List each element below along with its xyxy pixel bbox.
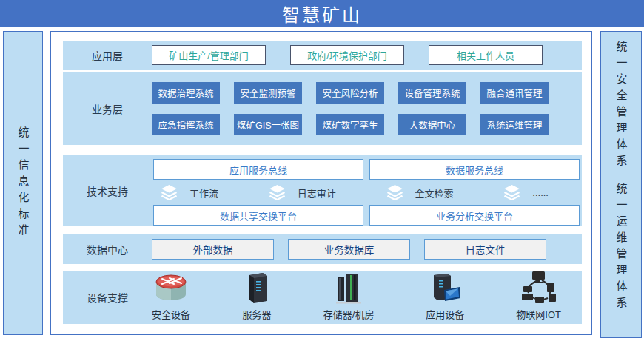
- left-panel-label: 统一信息化标准: [18, 126, 29, 240]
- tech-box-data-service-bus: 数据服务总线: [369, 159, 580, 180]
- data-box-log-files: 日志文件: [424, 239, 546, 260]
- right-systems-panel: 统一安全管理体系 统一运维管理体系: [600, 31, 642, 338]
- tech-service-fulltext-search: 全文检索: [386, 185, 454, 200]
- main-architecture-box: 应用层 矿山生产/管理部门 政府/环境保护部门 相关工作人员 业务层 数据治理系…: [50, 31, 592, 335]
- page-title: 智慧矿山: [282, 1, 362, 27]
- business-box-big-data: 大数据中心: [398, 114, 466, 135]
- device-application: 应用设备: [426, 271, 464, 321]
- tech-service-label: 工作流: [189, 186, 218, 200]
- app-device-icon: [428, 271, 462, 305]
- business-buttons: 数据治理系统 安全监测预警 安全风险分析 设备管理系统 融合通讯管理 应急指挥系…: [152, 82, 549, 135]
- tech-service-log-audit: 日志审计: [269, 185, 336, 200]
- business-box-equipment-mgmt: 设备管理系统: [398, 82, 466, 104]
- right-panel-label-security: 统一安全管理体系: [616, 41, 627, 171]
- device-storage: 存储器/机房: [323, 271, 375, 321]
- application-box-government: 政府/环境保护部门: [290, 45, 404, 65]
- iot-network-icon: [520, 271, 558, 305]
- business-box-ops-mgmt: 系统运维管理: [480, 114, 549, 135]
- device-label: 服务器: [242, 307, 271, 321]
- data-box-external-data: 外部数据: [152, 239, 274, 260]
- tech-service-workflow: 工作流: [161, 185, 218, 200]
- device-label: 物联网IOT: [516, 307, 561, 321]
- application-box-related-staff: 相关工作人员: [429, 45, 543, 65]
- business-box-gis-map: 煤矿GIS一张图: [234, 114, 302, 135]
- tech-box-app-service-bus: 应用服务总线: [153, 159, 363, 180]
- left-standard-panel: 统一信息化标准: [3, 31, 43, 335]
- storage-rack-icon: [332, 271, 366, 305]
- layer-data-center: 数据中心 外部数据 业务数据库 日志文件: [63, 234, 582, 264]
- tech-bus-bottom: 数据共享交换平台 业务分析交换平台: [153, 205, 580, 226]
- security-device-icon: [152, 271, 190, 305]
- data-center-boxes: 外部数据 业务数据库 日志文件: [152, 239, 546, 260]
- diagram-title-banner: 智慧矿山: [0, 0, 644, 27]
- business-box-communication: 融合通讯管理: [480, 82, 549, 104]
- device-iot: 物联网IOT: [516, 271, 561, 321]
- tech-services-row: 工作流 日志审计: [153, 185, 580, 200]
- layer-business-label: 业务层: [63, 101, 152, 116]
- layer-application: 应用层 矿山生产/管理部门 政府/环境保护部门 相关工作人员: [63, 41, 582, 70]
- business-box-data-governance: 数据治理系统: [152, 82, 220, 104]
- device-label: 应用设备: [426, 307, 464, 321]
- application-boxes: 矿山生产/管理部门 政府/环境保护部门 相关工作人员: [152, 45, 543, 65]
- tech-service-more: ......: [503, 185, 549, 200]
- tech-service-label: 日志审计: [298, 186, 336, 200]
- layers-icon: [269, 185, 286, 200]
- device-label: 安全设备: [152, 307, 190, 321]
- application-box-mine-production: 矿山生产/管理部门: [152, 45, 266, 65]
- tech-box-business-analysis-platform: 业务分析交换平台: [369, 205, 580, 226]
- layer-device-label: 设备支撑: [63, 290, 152, 305]
- layer-device-support: 设备支撑 安全设备: [63, 271, 582, 324]
- smart-mine-architecture-diagram: 智慧矿山 统一信息化标准 统一安全管理体系 统一运维管理体系 应用层 矿山生产/…: [0, 0, 644, 338]
- layers-icon: [161, 185, 178, 200]
- tech-service-label: 全文检索: [415, 186, 454, 200]
- business-box-risk-analysis: 安全风险分析: [316, 82, 384, 104]
- layer-application-label: 应用层: [63, 48, 152, 63]
- business-box-digital-twin: 煤矿数字孪生: [316, 114, 384, 135]
- device-items: 安全设备 服务器: [152, 271, 582, 324]
- device-security: 安全设备: [152, 271, 190, 321]
- layers-icon: [386, 185, 403, 200]
- business-box-safety-monitoring: 安全监测预警: [234, 82, 302, 104]
- device-label: 存储器/机房: [323, 307, 375, 321]
- layer-tech-support: 技术支持 应用服务总线 数据服务总线 工作流: [63, 155, 582, 226]
- tech-service-label: ......: [532, 187, 549, 198]
- tech-bus-top: 应用服务总线 数据服务总线: [153, 159, 580, 180]
- right-panel-label-ops: 统一运维管理体系: [616, 183, 627, 313]
- server-icon: [242, 271, 272, 305]
- tech-box-data-share-platform: 数据共享交换平台: [153, 205, 363, 226]
- business-row-1: 数据治理系统 安全监测预警 安全风险分析 设备管理系统 融合通讯管理: [152, 82, 549, 104]
- business-box-emergency-command: 应急指挥系统: [152, 114, 220, 135]
- data-box-business-database: 业务数据库: [288, 239, 410, 260]
- tech-content: 应用服务总线 数据服务总线 工作流: [152, 155, 582, 226]
- layer-tech-label: 技术支持: [63, 183, 152, 198]
- layer-business: 业务层 数据治理系统 安全监测预警 安全风险分析 设备管理系统 融合通讯管理 应…: [63, 72, 582, 145]
- device-server: 服务器: [242, 271, 272, 321]
- layers-icon: [503, 185, 520, 200]
- layer-data-label: 数据中心: [63, 242, 152, 257]
- business-row-2: 应急指挥系统 煤矿GIS一张图 煤矿数字孪生 大数据中心 系统运维管理: [152, 114, 549, 135]
